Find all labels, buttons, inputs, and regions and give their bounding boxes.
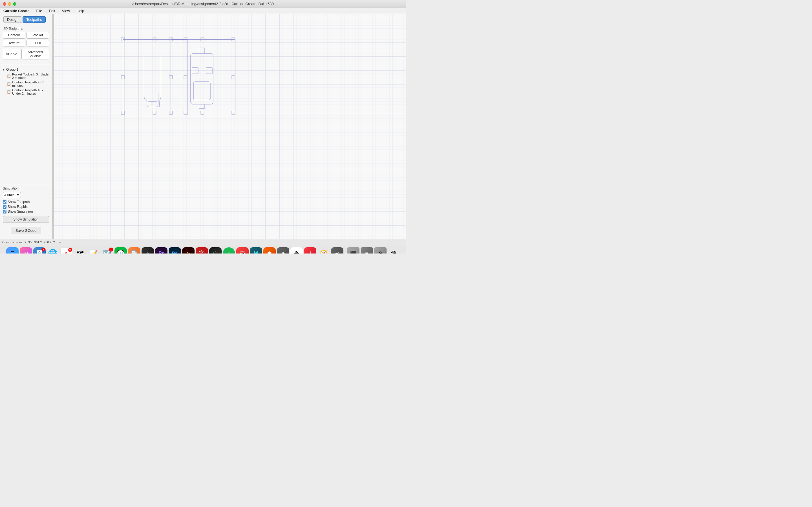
dock-chrome[interactable]: 🌐: [47, 247, 59, 254]
tree-item-contour-10[interactable]: 📋 Contour Toolpath 10 - Under 2 minutes: [0, 88, 52, 96]
dock-pages[interactable]: 📄: [128, 247, 140, 254]
dock-calendar-badge: 9: [68, 248, 72, 252]
dock-calendar[interactable]: 9 9: [60, 247, 73, 254]
title-bar: /Users/estherpan/Desktop/3D Modeling/ass…: [0, 0, 406, 8]
show-simulation-checkbox[interactable]: [3, 210, 6, 214]
dock-notes[interactable]: 📝: [87, 247, 100, 254]
dock-vectorize[interactable]: ⬡: [209, 247, 221, 254]
dock-divider: [345, 248, 345, 254]
menu-app[interactable]: Carbide Create: [2, 9, 31, 13]
show-toolpath-checkbox[interactable]: [3, 200, 6, 204]
illustrator-label: Ai: [186, 251, 190, 254]
dock-wechat[interactable]: 💬: [114, 247, 127, 254]
dock-finder[interactable]: 🖥: [6, 247, 18, 254]
window-title: /Users/estherpan/Desktop/3D Modeling/ass…: [132, 2, 273, 6]
simulation-section: Simulation Aluminum Wood Plastic ⌄ Show …: [0, 184, 52, 224]
dock-list[interactable]: ≡: [361, 247, 373, 254]
dock-prefs[interactable]: ⚙: [374, 247, 387, 254]
dock-hanyu[interactable]: 字: [196, 247, 208, 254]
dock-logic[interactable]: ♪: [142, 247, 154, 254]
divider: [0, 64, 52, 64]
dock: 🖥 ⊞ 🅰 2 🌐 9 9 🗺 📝 ☑️ 1 💬 📄 ♪ Pr: [0, 245, 406, 253]
menu-bar: Carbide Create File Edit View Help: [0, 8, 406, 14]
material-select[interactable]: Aluminum Wood Plastic: [3, 192, 21, 198]
grid-canvas: [54, 14, 406, 239]
show-toolpath-checkbox-row[interactable]: Show Toolpath: [3, 200, 49, 204]
tree-group-1: ▼ Group 1 📋 Pocket Toolpath 3 - Under 2 …: [0, 66, 52, 96]
dock-vr[interactable]: ◉: [331, 247, 343, 254]
dock-appstore-badge: 2: [42, 247, 45, 251]
main-layout: Design Toolpaths 2D Toolpaths Contour Po…: [0, 14, 406, 239]
dock-safari[interactable]: 🧭: [317, 247, 330, 254]
advanced-vcarve-button[interactable]: Advanced VCarve: [21, 49, 49, 59]
simulation-label: Simulation: [3, 186, 49, 190]
texture-button[interactable]: Texture: [3, 40, 26, 47]
dock-rhino[interactable]: ◈: [277, 247, 289, 254]
material-select-row: Aluminum Wood Plastic ⌄: [3, 192, 49, 198]
minimize-button[interactable]: [8, 2, 11, 6]
tree-item-contour-9[interactable]: 📋 Contour Toolpath 9 - 5 minutes: [0, 80, 52, 88]
tree-item-pocket-3[interactable]: 📋 Pocket Toolpath 3 - Under 2 minutes: [0, 72, 52, 80]
save-gcode-button[interactable]: Save GCode: [11, 227, 41, 234]
tree-collapse-arrow: ▼: [2, 68, 5, 71]
dock-trash[interactable]: 🗑: [388, 247, 400, 254]
dock-maps[interactable]: 🗺: [74, 247, 86, 254]
tree-empty-area: [0, 96, 52, 122]
canvas-area: [54, 14, 406, 239]
dock-maya[interactable]: M: [250, 247, 262, 254]
tree-section: ▼ Group 1 📋 Pocket Toolpath 3 - Under 2 …: [0, 65, 52, 184]
pocket-button[interactable]: Pocket: [27, 32, 49, 39]
tab-buttons: Design Toolpaths: [0, 16, 52, 25]
material-select-wrapper: Aluminum Wood Plastic ⌄: [3, 192, 49, 198]
section-2d-toolpaths: 2D Toolpaths: [0, 25, 52, 32]
dock-illustrator[interactable]: Ai: [182, 247, 195, 254]
vcarve-row: VCarve Advanced VCarve: [0, 49, 52, 63]
contour-button[interactable]: Contour: [3, 32, 26, 39]
menu-help[interactable]: Help: [75, 9, 86, 13]
dock-reminders[interactable]: ☑️ 1: [101, 247, 113, 254]
close-button[interactable]: [3, 2, 6, 6]
svg-rect-1: [54, 14, 406, 239]
dock-slack[interactable]: ❋: [290, 247, 303, 254]
tree-item-icon-pocket: 📋: [7, 74, 11, 78]
show-rapids-checkbox[interactable]: [3, 205, 6, 209]
show-rapids-checkbox-row[interactable]: Show Rapids: [3, 205, 49, 209]
dock-premiere[interactable]: Pr: [155, 247, 167, 254]
tree-group-1-label: Group 1: [6, 68, 18, 71]
dock-photoshop[interactable]: Ps: [168, 247, 181, 254]
status-bar: Cursor Position X: 300.361 Y: 250.252 mm: [0, 239, 406, 245]
tree-item-icon-contour10: 📋: [7, 90, 11, 94]
tree-item-label-contour-9: Contour Toolpath 9 - 5 minutes: [12, 80, 50, 87]
tree-group-1-header[interactable]: ▼ Group 1: [0, 67, 52, 72]
cursor-position: Cursor Position X: 300.361 Y: 250.252 mm: [2, 240, 61, 244]
tree-item-label-pocket-3: Pocket Toolpath 3 - Under 2 minutes: [12, 73, 50, 79]
dock-reminders-badge: 1: [109, 247, 113, 251]
select-arrow-icon: ⌄: [46, 194, 48, 197]
menu-file[interactable]: File: [35, 9, 43, 13]
show-simulation-checkbox-row[interactable]: Show Simulation: [3, 210, 49, 214]
dock-finder-window[interactable]: ⬛: [347, 247, 359, 254]
maximize-button[interactable]: [13, 2, 16, 6]
dock-launchpad[interactable]: ⊞: [20, 247, 32, 254]
tree-item-label-contour-10: Contour Toolpath 10 - Under 2 minutes: [12, 89, 50, 95]
dock-fusion[interactable]: ⬢: [263, 247, 276, 254]
tab-design[interactable]: Design: [3, 16, 22, 23]
dock-music[interactable]: ♩: [304, 247, 316, 254]
menu-view[interactable]: View: [61, 9, 71, 13]
menu-edit[interactable]: Edit: [48, 9, 56, 13]
save-gcode-section: Save GCode: [0, 224, 52, 237]
show-rapids-label: Show Rapids: [8, 205, 28, 209]
dock-spotify[interactable]: ♫: [223, 247, 235, 254]
drill-button[interactable]: Drill: [27, 40, 49, 47]
tree-item-icon-contour9: 📋: [7, 82, 11, 86]
tab-toolpaths[interactable]: Toolpaths: [22, 16, 46, 23]
show-simulation-label: Show Simulation: [8, 210, 33, 214]
show-simulation-button[interactable]: Show Simulation: [3, 216, 49, 223]
left-panel: Design Toolpaths 2D Toolpaths Contour Po…: [0, 14, 52, 239]
dock-appstore[interactable]: 🅰 2: [33, 247, 46, 254]
vcarve-button[interactable]: VCarve: [3, 49, 20, 59]
show-toolpath-label: Show Toolpath: [8, 200, 30, 204]
traffic-lights: [3, 2, 16, 6]
dock-fantastical[interactable]: 📆: [236, 247, 249, 254]
toolpath-buttons: Contour Pocket Texture Drill: [0, 32, 52, 49]
